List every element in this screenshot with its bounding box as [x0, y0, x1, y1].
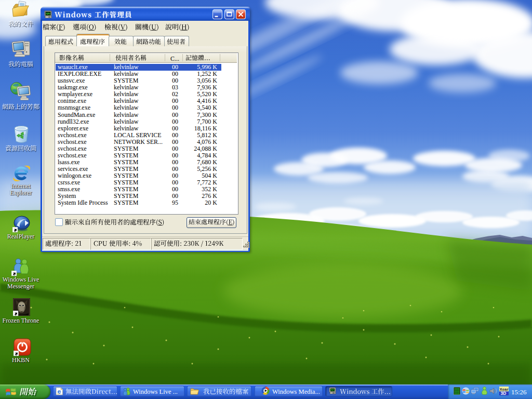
svg-text:3D: 3D: [501, 391, 507, 395]
